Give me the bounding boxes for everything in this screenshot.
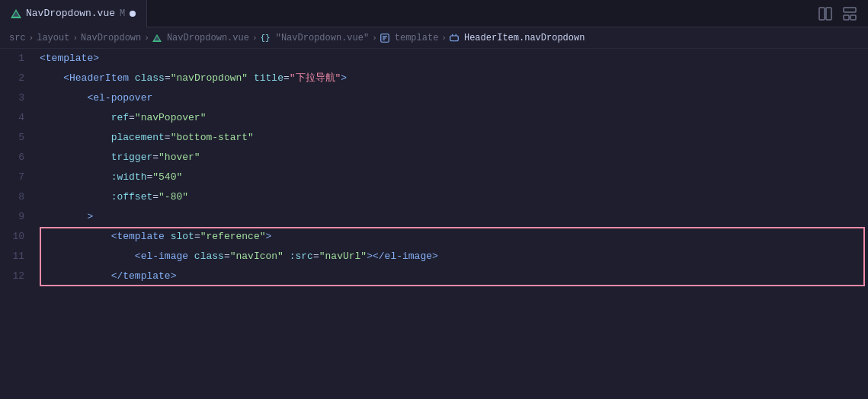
breadcrumb-sep-4: › (252, 34, 258, 43)
line-number-2: 2 (0, 69, 40, 88)
breadcrumb-braces: {} "NavDropdown.vue" (261, 33, 370, 43)
vue-file-icon (11, 8, 21, 19)
breadcrumb-src: src (9, 33, 26, 43)
punct-token: = (194, 231, 200, 242)
attr-value-token: "-80" (159, 191, 188, 203)
breadcrumb: src › layout › NavDropdown › NavDropdown… (0, 27, 868, 49)
code-line-2: 2 <HeaderItem class="navDropdown" title=… (0, 69, 868, 88)
tab-modified-indicator: M (120, 8, 125, 19)
code-line-3: 3 <el-popover (0, 88, 868, 108)
svg-rect-4 (844, 8, 856, 12)
tag-token: <HeaderItem (63, 72, 129, 84)
line-content-3: <el-popover (40, 88, 868, 108)
breadcrumb-template-icon (380, 34, 389, 43)
attr-value-token: "navDropdown" (171, 72, 248, 84)
tab-filename: NavDropdown.vue (26, 8, 115, 19)
code-line-1: 1<template> (0, 49, 868, 69)
file-tab[interactable]: NavDropdown.vue M (0, 0, 147, 27)
punct-token: = (224, 251, 230, 262)
breadcrumb-sep-2: › (72, 34, 78, 43)
breadcrumb-braces-label: "NavDropdown.vue" (276, 33, 369, 43)
attr-name-token: class (135, 72, 165, 84)
attr-name-token: :src (290, 251, 313, 262)
attr-name-token: :width (111, 171, 147, 183)
line-number-1: 1 (0, 49, 40, 69)
attr-value-token: "bottom-start" (171, 132, 254, 143)
breadcrumb-headeritem-label: HeaderItem.navDropdown (464, 33, 585, 43)
breadcrumb-component-icon (450, 34, 459, 43)
punct-token: = (152, 191, 159, 203)
breadcrumb-sep-5: › (372, 34, 377, 43)
code-line-12: 12 </template> (0, 267, 868, 286)
code-line-5: 5 placement="bottom-start" (0, 128, 868, 148)
code-line-7: 7 :width="540" (0, 168, 868, 187)
punct-token: = (165, 132, 171, 143)
breadcrumb-src-label: src (9, 33, 26, 43)
code-line-4: 4 ref="navPopover" (0, 108, 868, 128)
code-line-11: 11 <el-image class="navIcon" :src="navUr… (0, 247, 868, 267)
attr-value-token: "hover" (159, 152, 200, 163)
tag-token: <el-popover (87, 92, 152, 104)
line-content-4: ref="navPopover" (40, 108, 868, 128)
punct-token: = (283, 72, 290, 84)
line-content-1: <template> (40, 49, 868, 69)
punct-token: = (129, 112, 135, 123)
breadcrumb-navdropdown-folder: NavDropdown (81, 33, 141, 43)
attr-name-token: class (194, 251, 224, 262)
line-content-10: <template slot="reference"> (40, 227, 868, 247)
punct-token: = (165, 72, 171, 84)
line-content-12: </template> (40, 267, 868, 286)
svg-rect-2 (819, 8, 825, 20)
line-content-11: <el-image class="navIcon" :src="navUrl">… (40, 247, 868, 267)
attr-value-token: "540" (152, 171, 182, 183)
tab-bar-left: NavDropdown.vue M (0, 0, 147, 27)
line-number-12: 12 (0, 267, 40, 286)
attr-name-token: :offset (111, 191, 153, 203)
breadcrumb-braces-icon: {} (261, 34, 271, 43)
line-number-5: 5 (0, 128, 40, 148)
line-number-8: 8 (0, 187, 40, 207)
breadcrumb-sep-1: › (29, 34, 34, 43)
tag-token: <template (111, 231, 165, 242)
breadcrumb-layout-label: layout (37, 33, 69, 43)
line-content-6: trigger="hover" (40, 148, 868, 168)
attr-name-token: placement (111, 132, 165, 143)
tag-token: <el-image (135, 251, 188, 262)
breadcrumb-navdropdown-vue-label: NavDropdown.vue (167, 33, 249, 43)
line-number-3: 3 (0, 88, 40, 108)
breadcrumb-sep-6: › (441, 34, 447, 43)
code-line-9: 9 > (0, 207, 868, 227)
tag-token: <template> (40, 53, 99, 64)
breadcrumb-sep-3: › (144, 34, 149, 43)
tag-token: > (87, 211, 93, 222)
attr-value-token: "navIcon" (230, 251, 283, 262)
attr-value-token: "navUrl" (319, 251, 367, 262)
tag-token: ></el-image> (367, 251, 438, 262)
attr-name-token: trigger (111, 152, 153, 163)
split-editor-button[interactable] (816, 5, 834, 23)
svg-rect-6 (850, 15, 856, 20)
svg-rect-5 (844, 15, 849, 20)
line-number-11: 11 (0, 247, 40, 267)
layout-button[interactable] (841, 5, 859, 23)
line-number-4: 4 (0, 108, 40, 128)
breadcrumb-headeritem: HeaderItem.navDropdown (450, 33, 585, 43)
code-line-8: 8 :offset="-80" (0, 187, 868, 207)
code-editor: 1<template>2 <HeaderItem class="navDropd… (0, 49, 868, 399)
breadcrumb-navdropdown-folder-label: NavDropdown (81, 33, 141, 43)
svg-rect-3 (826, 8, 831, 20)
code-line-6: 6 trigger="hover" (0, 148, 868, 168)
attr-value-token: "navPopover" (135, 112, 207, 123)
line-number-10: 10 (0, 227, 40, 247)
line-content-8: :offset="-80" (40, 187, 868, 207)
line-content-2: <HeaderItem class="navDropdown" title="下… (40, 69, 868, 88)
line-content-9: > (40, 207, 868, 227)
tag-token: </template> (111, 270, 177, 282)
attr-name-token: ref (111, 112, 129, 123)
svg-rect-13 (450, 36, 459, 41)
breadcrumb-template: template (380, 33, 439, 43)
breadcrumb-template-label: template (395, 33, 439, 43)
modified-dot (130, 11, 136, 17)
attr-name-token: slot (171, 231, 194, 242)
breadcrumb-vue-icon (152, 34, 162, 43)
